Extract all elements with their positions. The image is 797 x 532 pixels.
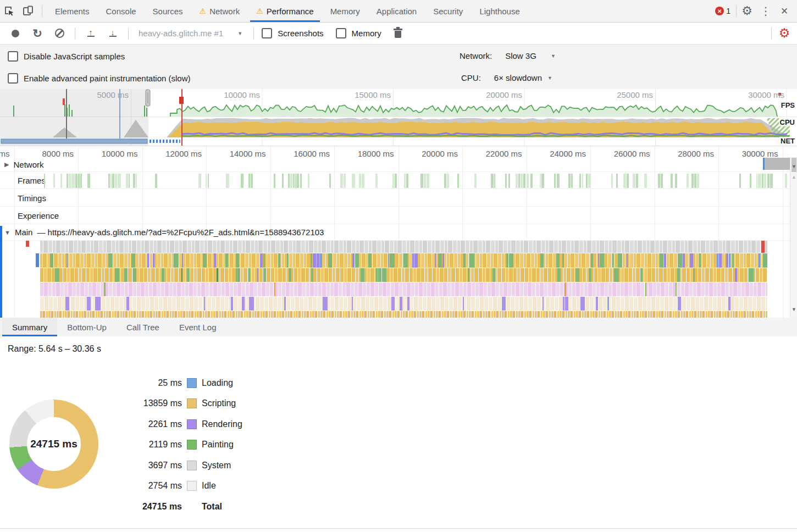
tab-event-log[interactable]: Event Log <box>169 318 226 336</box>
paint-instrumentation-label: Enable advanced paint instrumentation (s… <box>24 74 191 83</box>
cpu-throttle-select[interactable]: 6× slowdown ▼ <box>494 73 552 82</box>
tab-application[interactable]: Application <box>368 0 425 22</box>
warning-icon: ⚠ <box>256 7 263 15</box>
flame-task-row[interactable] <box>40 241 767 253</box>
legend-value: 2754 ms <box>0 481 182 491</box>
ruler-time-label: 14000 ms <box>222 149 266 158</box>
screenshots-checkbox-row[interactable]: Screenshots <box>262 28 323 38</box>
disclosure-triangle-icon[interactable]: ▶ <box>4 161 9 168</box>
divider <box>0 171 790 172</box>
save-profile-button[interactable]: ↓ <box>102 25 124 42</box>
legend-value: 25 ms <box>0 378 182 388</box>
inspect-element-icon[interactable] <box>0 3 19 19</box>
painting-swatch <box>187 440 197 450</box>
tab-sources[interactable]: Sources <box>145 0 191 22</box>
track-frames[interactable]: Frames <box>18 176 46 185</box>
tab-label: Sources <box>153 7 183 16</box>
console-error-counter[interactable]: ✕ 1 <box>715 7 734 15</box>
close-icon[interactable]: ✕ <box>776 3 793 19</box>
main-track-url: — https://heavy-ads.glitch.me/?ad=%2Fcpu… <box>37 228 324 237</box>
flame-render-row[interactable] <box>40 282 767 296</box>
legend-label: Loading <box>202 378 233 388</box>
memory-checkbox[interactable] <box>336 28 346 38</box>
flame-js-row[interactable] <box>40 268 767 282</box>
network-throttle-value: Slow 3G <box>505 51 536 60</box>
summary-legend: 25 ms Loading 13859 ms Scripting 2261 ms… <box>0 373 242 517</box>
legend-row-rendering: 2261 ms Rendering <box>0 414 242 435</box>
error-count: 1 <box>726 7 730 15</box>
network-request-bar[interactable] <box>763 158 790 170</box>
paint-instrumentation-row[interactable]: Enable advanced paint instrumentation (s… <box>8 73 191 84</box>
timeline-tracks[interactable]: ms8000 ms10000 ms12000 ms14000 ms16000 m… <box>0 146 797 318</box>
performance-toolbar: ↻ ↑ ↓ heavy-ads.glitch.me #1 ▼ Screensho… <box>0 23 797 45</box>
disable-js-samples-checkbox[interactable] <box>8 51 18 62</box>
vertical-scrollbar[interactable]: ▼ ▲ ▼ <box>790 157 797 318</box>
divider <box>0 206 790 207</box>
tab-security[interactable]: Security <box>425 0 471 22</box>
screenshots-checkbox[interactable] <box>262 28 272 38</box>
ruler-time-label: 10000 ms <box>94 149 138 158</box>
track-timings[interactable]: Timings <box>18 193 46 203</box>
loading-swatch <box>187 378 197 388</box>
timeline-overview[interactable]: 5000 ms 10000 ms 15000 ms 20000 ms 25000… <box>0 89 797 146</box>
tab-call-tree[interactable]: Call Tree <box>117 318 169 336</box>
tab-lighthouse[interactable]: Lighthouse <box>471 0 528 22</box>
capture-settings: Disable JavaScript samples Enable advanc… <box>0 45 797 90</box>
track-network[interactable]: ▶ Network <box>4 160 43 169</box>
scroll-down-arrow-icon[interactable]: ▼ <box>791 307 797 312</box>
error-icon: ✕ <box>715 7 724 15</box>
memory-checkbox-row[interactable]: Memory <box>336 28 381 38</box>
scroll-up-arrow-icon[interactable]: ▲ <box>791 174 797 180</box>
flame-paint-row[interactable] <box>40 297 767 311</box>
tab-label: Lighthouse <box>479 7 519 16</box>
capture-settings-gear-icon[interactable]: ⚙ <box>772 25 797 42</box>
tab-bottom-up[interactable]: Bottom-Up <box>57 318 117 336</box>
ruler-time-label: 18000 ms <box>350 149 394 158</box>
frames-strip[interactable] <box>44 174 788 188</box>
legend-value: 2119 ms <box>0 440 182 450</box>
device-toolbar-icon[interactable] <box>19 3 37 19</box>
scroll-down-arrow-icon[interactable]: ▼ <box>791 164 797 169</box>
ruler-time-label: 28000 ms <box>670 149 714 158</box>
legend-label: Rendering <box>202 419 242 429</box>
panel-bottom-edge <box>0 528 797 529</box>
upload-icon: ↑ <box>87 30 95 37</box>
divider <box>128 27 129 40</box>
chevron-down-icon: ▼ <box>551 53 556 59</box>
paint-instrumentation-checkbox[interactable] <box>8 73 18 84</box>
record-button[interactable] <box>4 25 26 42</box>
tab-performance[interactable]: ⚠Performance <box>248 0 322 22</box>
reload-and-record-button[interactable]: ↻ <box>26 25 48 42</box>
settings-gear-icon[interactable]: ⚙ <box>739 3 755 19</box>
tab-elements[interactable]: Elements <box>47 0 98 22</box>
track-label-text: Frames <box>18 176 46 185</box>
tab-summary[interactable]: Summary <box>2 318 57 336</box>
flame-js-row[interactable] <box>40 253 767 268</box>
load-profile-button[interactable]: ↑ <box>80 25 102 42</box>
clear-recording-button[interactable] <box>48 25 70 42</box>
tab-label: Summary <box>12 323 47 332</box>
garbage-collect-button[interactable] <box>387 25 409 42</box>
scripting-swatch <box>187 398 197 408</box>
divider <box>75 27 75 40</box>
ruler-time-label: 20000 ms <box>414 149 458 158</box>
history-label: heavy-ads.glitch.me #1 <box>139 29 223 38</box>
tab-memory[interactable]: Memory <box>322 0 368 22</box>
idle-swatch <box>187 481 197 491</box>
ruler-time-label: 16000 ms <box>286 149 330 158</box>
devtools-tabbar: Elements Console Sources ⚠Network ⚠Perfo… <box>0 0 797 23</box>
tab-label: Application <box>377 7 417 16</box>
legend-row-scripting: 13859 ms Scripting <box>0 394 242 414</box>
tab-console[interactable]: Console <box>98 0 145 22</box>
disclosure-triangle-icon[interactable]: ▼ <box>4 229 10 236</box>
track-main[interactable]: ▼ Main — https://heavy-ads.glitch.me/?ad… <box>4 228 324 237</box>
cpu-throttle-value: 6× slowdown <box>494 73 542 82</box>
history-select[interactable]: heavy-ads.glitch.me #1 ▼ <box>133 29 248 38</box>
swatch-spacer <box>187 502 197 512</box>
tab-network[interactable]: ⚠Network <box>191 0 248 22</box>
kebab-menu-icon[interactable]: ⋮ <box>757 3 774 19</box>
track-experience[interactable]: Experience <box>18 211 59 220</box>
network-throttle-select[interactable]: Slow 3G ▼ <box>505 51 556 60</box>
legend-row-total: 24715 ms Total <box>0 496 242 517</box>
disable-js-samples-row[interactable]: Disable JavaScript samples <box>8 51 125 62</box>
